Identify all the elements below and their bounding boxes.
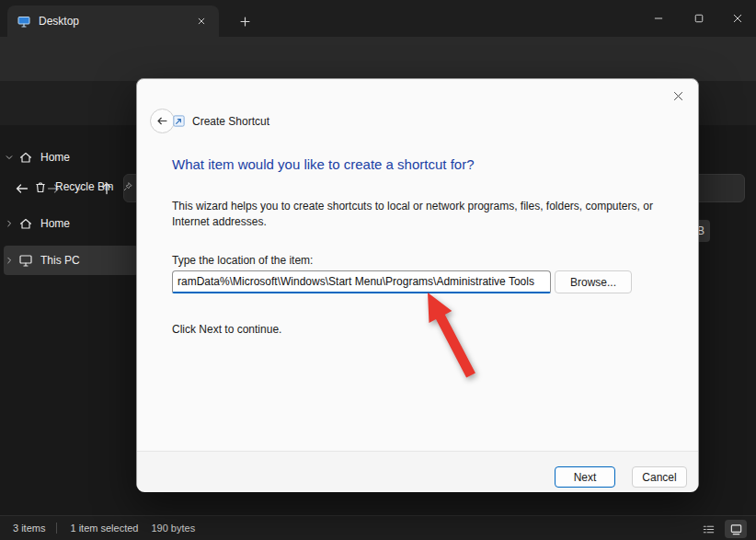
thumbnail-view-icon <box>729 523 743 536</box>
cancel-button[interactable]: Cancel <box>632 466 687 488</box>
tab-close-icon[interactable] <box>193 13 210 29</box>
recycle-bin-icon <box>33 179 55 194</box>
dialog-hint: Click Next to continue. <box>172 323 281 336</box>
details-view-toggle[interactable] <box>697 520 719 538</box>
next-button[interactable]: Next <box>555 466 615 488</box>
monitor-icon <box>18 253 40 268</box>
sidebar-item-home[interactable]: Home <box>0 143 138 172</box>
thumbnail-view-toggle[interactable] <box>725 520 747 538</box>
dialog-close-icon[interactable] <box>669 86 687 105</box>
create-shortcut-dialog: Create Shortcut What item would you like… <box>136 78 699 491</box>
items-count: 3 items <box>13 523 45 534</box>
chevron-right-icon[interactable] <box>0 256 18 265</box>
sidebar-item-home-2[interactable]: Home <box>0 209 138 238</box>
sidebar-item-label: Home <box>40 217 70 230</box>
command-toolbar: New Sort View <box>0 37 756 81</box>
sidebar-item-this-pc[interactable]: This PC <box>0 246 138 275</box>
dialog-heading: What item would you like to create a sho… <box>172 156 474 172</box>
cancel-button-label: Cancel <box>642 471 676 484</box>
explorer-window: Desktop New <box>0 0 756 540</box>
chevron-down-icon[interactable] <box>0 153 18 162</box>
chevron-right-icon[interactable] <box>0 219 18 228</box>
browse-button-label: Browse... <box>570 276 616 289</box>
selection-size: 190 bytes <box>151 523 195 534</box>
details-view-icon <box>702 523 716 536</box>
dialog-title: Create Shortcut <box>192 115 269 128</box>
desktop-icon <box>17 14 31 29</box>
dialog-back-button[interactable] <box>150 109 175 133</box>
sidebar-item-label: This PC <box>40 254 80 267</box>
browse-button[interactable]: Browse... <box>555 270 632 293</box>
selection-status: 1 item selected <box>70 523 138 534</box>
back-arrow-icon <box>156 115 168 127</box>
new-tab-button[interactable] <box>232 8 258 34</box>
sidebar-item-label: Home <box>40 151 70 164</box>
home-icon <box>18 216 40 231</box>
tab-desktop[interactable]: Desktop <box>7 6 219 37</box>
maximize-button[interactable] <box>679 0 719 37</box>
next-button-label: Next <box>574 471 597 484</box>
shortcut-icon <box>172 114 186 128</box>
close-button[interactable] <box>719 0 756 37</box>
pin-icon <box>122 181 133 192</box>
minimize-button[interactable] <box>638 0 679 37</box>
tab-title: Desktop <box>39 15 79 28</box>
home-icon <box>18 150 40 165</box>
location-input[interactable] <box>172 270 551 293</box>
titlebar: Desktop <box>0 0 756 37</box>
location-label: Type the location of the item: <box>172 254 313 267</box>
status-bar: 3 items 1 item selected 190 bytes <box>0 515 756 540</box>
dialog-description: This wizard helps you to create shortcut… <box>172 199 683 230</box>
status-divider <box>56 523 57 534</box>
sidebar-item-label: Recycle Bin <box>55 180 113 193</box>
